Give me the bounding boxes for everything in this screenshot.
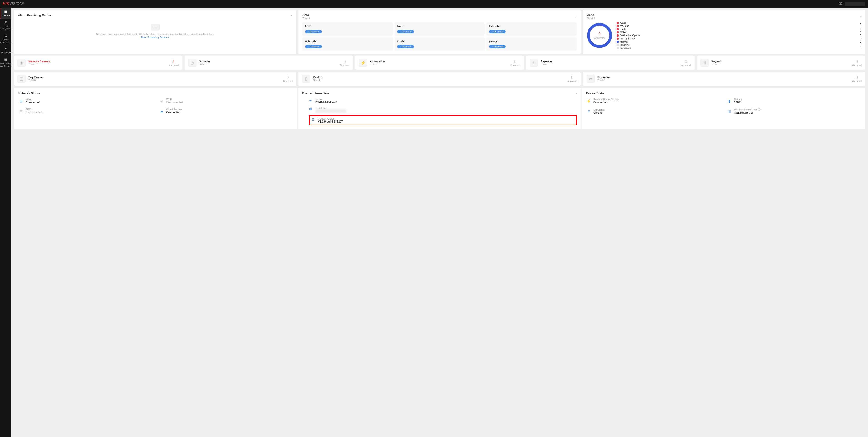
sidebar-item-user-management[interactable]: User Management <box>0 19 11 32</box>
zone-count: 0 <box>860 37 861 40</box>
zone-status-dot <box>617 31 619 33</box>
svg-point-0 <box>5 21 6 23</box>
device-name: Keypad <box>711 60 849 63</box>
zone-status-dot <box>617 28 619 30</box>
area-tile[interactable]: Left side ⌂Disarmed <box>486 23 577 36</box>
device-card[interactable]: ▢ Tag Reader Total 0 0 Abnormal <box>14 72 296 86</box>
zone-status-dot <box>617 41 619 43</box>
area-status-badge: ⌂Disarmed <box>305 30 322 33</box>
gear-icon <box>4 47 8 51</box>
zone-count: 2 <box>860 40 861 43</box>
zone-label: Offline <box>620 31 627 34</box>
status-label: Cloud Service <box>166 108 182 111</box>
area-tile[interactable]: right side ⌂Disarmed <box>303 37 393 51</box>
status-value: 100% <box>734 101 742 104</box>
status-label: Wired <box>26 98 40 101</box>
sidebar-item-configuration[interactable]: Configuration <box>0 45 11 56</box>
zone-label: Device Lid Opened <box>620 34 641 37</box>
area-title: Area <box>303 13 310 17</box>
device-total: Total 1 <box>711 63 849 66</box>
area-tile[interactable]: front ⌂Disarmed <box>303 23 393 36</box>
device-status-section: Device Status ⚡ External Power Supply Co… <box>581 88 865 129</box>
device-info-item: ▦ Serial No. ████████████████ <box>309 107 577 113</box>
device-info-section: Device Information › ≣ Model DS-PWA64-L-… <box>298 88 581 129</box>
device-card[interactable]: ▯ Keyfob Total 1 0 Abnormal <box>299 72 581 86</box>
svg-point-1 <box>5 48 6 49</box>
shield-icon: ▣ <box>4 57 7 62</box>
device-abnormal-count: 1 <box>169 59 179 64</box>
chevron-right-icon[interactable]: › <box>860 15 861 19</box>
device-total: Total 0 <box>540 63 678 66</box>
device-abnormal-count: 0 <box>340 59 349 64</box>
user-icon <box>4 21 8 24</box>
status-label: SIM1 <box>26 108 42 111</box>
zone-status-dot <box>617 47 619 49</box>
network-status-title: Network Status <box>19 91 40 95</box>
area-name: inside <box>397 40 482 43</box>
chevron-right-icon[interactable]: › <box>291 13 292 17</box>
sidebar: ▣ Overview User Management ⚙ Device Mana… <box>0 8 11 437</box>
device-abnormal-label: Abnormal <box>340 64 349 67</box>
device-card[interactable]: ◎ Sounder Total 0 0 Abnormal <box>185 56 353 70</box>
area-name: garage <box>489 40 574 43</box>
zone-row: Fault0 <box>617 27 861 31</box>
sidebar-item-device-management[interactable]: ⚙ Device Management <box>0 32 11 46</box>
zone-row: Polling Failed0 <box>617 37 861 40</box>
help-icon[interactable]: ⓘ <box>839 2 842 6</box>
device-type-icon: ⊚ <box>530 59 538 67</box>
user-menu[interactable] <box>845 2 865 6</box>
area-tile[interactable]: inside ⌂Disarmed <box>395 37 485 51</box>
info-value: ████████████████ <box>315 109 346 113</box>
device-name: Sounder <box>199 60 337 63</box>
zone-card: Zone Total 2 › 0 Abnormal Alarm0Masking0… <box>583 10 865 54</box>
status-label: Lid Status <box>593 109 604 111</box>
device-abnormal-label: Abnormal <box>283 80 292 83</box>
area-tile[interactable]: garage ⌂Disarmed <box>486 37 577 51</box>
status-value: Connected <box>593 101 619 104</box>
home-icon: ⌂ <box>308 46 309 48</box>
zone-count: 0 <box>860 47 861 50</box>
device-card[interactable]: ⠿ Keypad Total 1 0 Abnormal <box>697 56 865 70</box>
zone-title: Zone <box>587 13 595 17</box>
device-name: Automation <box>370 60 508 63</box>
device-abnormal-label: Abnormal <box>567 80 577 83</box>
device-total: Total 0 <box>370 63 508 66</box>
device-status-item: ≡ Lid Status Closed <box>586 108 720 115</box>
device-abnormal-count: 0 <box>681 59 691 64</box>
zone-row: Masking0 <box>617 24 861 27</box>
area-status-badge: ⌂Disarmed <box>489 45 506 48</box>
home-icon: ⌂ <box>491 46 493 48</box>
zone-status-dot <box>617 44 619 46</box>
zone-label: Polling Failed <box>620 37 635 40</box>
device-abnormal-label: Abnormal <box>852 80 862 83</box>
device-status-item: ıllı Wireless Noise Level ⓘ 49dBM/53dBM <box>727 108 861 115</box>
brand-logo: HIKVISION® <box>3 2 24 6</box>
zone-count: 0 <box>860 31 861 34</box>
device-status-title: Device Status <box>586 91 606 95</box>
device-card[interactable]: ⚡ Automation Total 0 0 Abnormal <box>355 56 524 70</box>
area-status-badge: ⌂Disarmed <box>397 45 414 48</box>
device-abnormal-count: 0 <box>510 59 520 64</box>
device-card[interactable]: ▭ Expander Total 0 0 Abnormal <box>583 72 865 86</box>
zone-label: Bypassed <box>620 47 631 50</box>
sidebar-item-overview[interactable]: ▣ Overview <box>0 8 11 19</box>
device-total: Total 0 <box>199 63 337 66</box>
area-name: front <box>305 25 390 28</box>
sidebar-item-maintenance[interactable]: ▣ Maintenance and Security <box>0 56 11 69</box>
status-label: External Power Supply <box>593 98 619 101</box>
zone-row: Normal2 <box>617 40 861 43</box>
device-type-icon: ⠿ <box>701 59 709 67</box>
chevron-right-icon[interactable]: › <box>576 15 577 19</box>
status-value: Disconnected <box>26 111 42 114</box>
device-abnormal-count: 0 <box>852 59 862 64</box>
info-icon: ▦ <box>309 107 313 111</box>
device-card[interactable]: ⊚ Repeater Total 0 0 Abnormal <box>526 56 694 70</box>
device-card[interactable]: ◉ Network Camera Total 1 1 Abnormal <box>14 56 182 70</box>
arc-config-link[interactable]: Alarm Receiving Center > <box>141 36 169 38</box>
chevron-right-icon[interactable]: › <box>576 91 577 95</box>
zone-count: 0 <box>860 25 861 27</box>
device-type-icon: ◉ <box>18 59 26 67</box>
area-tile[interactable]: back ⌂Disarmed <box>395 23 485 36</box>
home-icon: ⌂ <box>308 30 309 33</box>
network-icon: ☁ <box>159 109 164 113</box>
